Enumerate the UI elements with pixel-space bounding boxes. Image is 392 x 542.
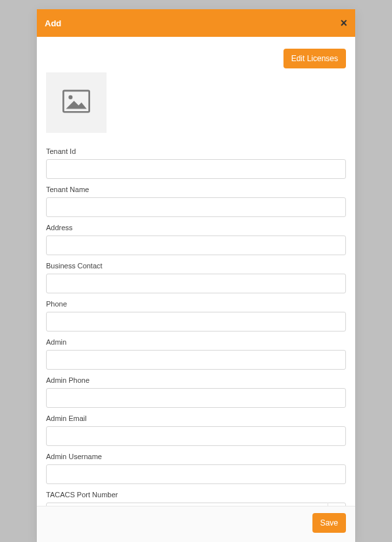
field-tenant-id: Tenant Id <box>46 147 346 179</box>
input-address[interactable] <box>46 235 346 255</box>
tenant-image-placeholder[interactable] <box>46 72 107 133</box>
modal-title: Add <box>45 18 61 28</box>
select-tacacs-port[interactable] <box>46 503 346 506</box>
input-admin-email[interactable] <box>46 426 346 446</box>
modal-footer: Save <box>37 506 355 542</box>
label-tacacs-port: TACACS Port Number <box>46 491 346 499</box>
modal-header: Add × <box>37 9 355 37</box>
save-button[interactable]: Save <box>312 513 346 533</box>
field-address: Address <box>46 224 346 255</box>
field-admin: Admin <box>46 338 346 370</box>
label-tenant-name: Tenant Name <box>46 185 346 193</box>
label-business-contact: Business Contact <box>46 262 346 270</box>
field-admin-email: Admin Email <box>46 414 346 446</box>
field-tenant-name: Tenant Name <box>46 185 346 217</box>
image-icon <box>62 89 90 116</box>
label-admin-phone: Admin Phone <box>46 376 346 384</box>
label-admin-email: Admin Email <box>46 414 346 422</box>
close-icon[interactable]: × <box>340 16 347 30</box>
label-admin-username: Admin Username <box>46 453 346 460</box>
label-address: Address <box>46 224 346 232</box>
field-phone: Phone <box>46 300 346 332</box>
input-admin-username[interactable] <box>46 464 346 484</box>
modal-body: Edit Licenses Tenant Id Tenant Name <box>37 37 355 506</box>
input-admin-phone[interactable] <box>46 388 346 408</box>
add-modal: Add × Edit Licenses Tenant Id <box>37 9 355 542</box>
label-admin: Admin <box>46 338 346 346</box>
svg-point-1 <box>68 95 72 99</box>
input-admin[interactable] <box>46 350 346 370</box>
field-admin-username: Admin Username <box>46 453 346 484</box>
input-tenant-name[interactable] <box>46 197 346 217</box>
label-tenant-id: Tenant Id <box>46 147 346 155</box>
field-admin-phone: Admin Phone <box>46 376 346 408</box>
input-business-contact[interactable] <box>46 274 346 293</box>
field-tacacs-port: TACACS Port Number <box>46 491 346 506</box>
input-tenant-id[interactable] <box>46 159 346 179</box>
edit-licenses-button[interactable]: Edit Licenses <box>283 49 346 68</box>
label-phone: Phone <box>46 300 346 308</box>
field-business-contact: Business Contact <box>46 262 346 293</box>
input-phone[interactable] <box>46 312 346 332</box>
